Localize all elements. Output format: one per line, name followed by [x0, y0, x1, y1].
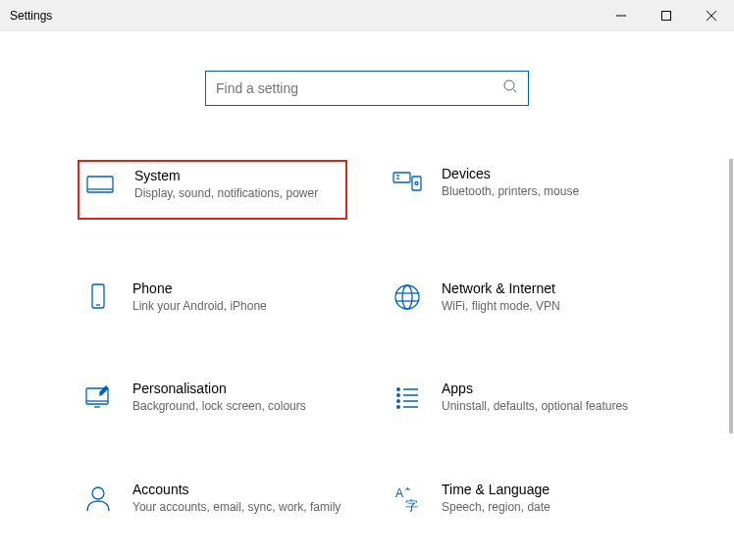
category-title: Network & Internet — [442, 280, 653, 296]
category-title: Accounts — [132, 482, 343, 497]
svg-point-16 — [402, 285, 412, 309]
svg-point-26 — [397, 400, 399, 402]
svg-text:A: A — [395, 486, 403, 500]
category-system[interactable]: System Display, sound, notifications, po… — [78, 160, 347, 220]
category-network[interactable]: Network & Internet WiFi, flight mode, VP… — [387, 275, 656, 321]
category-desc: Bluetooth, printers, mouse — [442, 184, 653, 200]
minimize-button[interactable] — [599, 0, 644, 30]
maximize-button[interactable] — [644, 0, 689, 30]
svg-rect-8 — [393, 173, 410, 182]
category-desc: Your accounts, email, sync, work, family — [132, 500, 343, 516]
accounts-icon — [81, 482, 115, 515]
scrollbar[interactable] — [729, 159, 733, 433]
network-icon — [391, 280, 424, 314]
svg-line-5 — [513, 89, 516, 92]
search-input[interactable] — [216, 80, 502, 96]
category-desc: Link your Android, iPhone — [132, 299, 343, 315]
svg-text:字: 字 — [405, 498, 418, 513]
category-title: Devices — [442, 166, 653, 181]
settings-grid: System Display, sound, notifications, po… — [78, 160, 656, 521]
category-desc: Background, lock screen, colours — [132, 399, 343, 415]
window-title: Settings — [10, 9, 52, 23]
system-icon — [83, 168, 117, 201]
category-personalisation[interactable]: Personalisation Background, lock screen,… — [78, 375, 347, 421]
personalisation-icon — [81, 381, 115, 414]
category-devices[interactable]: Devices Bluetooth, printers, mouse — [387, 160, 656, 220]
category-title: Personalisation — [132, 381, 343, 396]
svg-point-22 — [397, 388, 399, 390]
svg-rect-1 — [662, 11, 671, 20]
phone-icon — [81, 280, 115, 314]
window-controls — [599, 0, 734, 30]
category-title: Phone — [132, 280, 343, 296]
svg-point-15 — [395, 285, 419, 309]
apps-icon — [391, 381, 424, 414]
category-title: Time & Language — [442, 482, 653, 497]
category-accounts[interactable]: Accounts Your accounts, email, sync, wor… — [78, 476, 347, 522]
search-box[interactable] — [205, 71, 529, 106]
category-title: System — [134, 168, 341, 183]
titlebar: Settings — [0, 0, 734, 31]
search-icon — [502, 78, 518, 98]
svg-point-30 — [92, 487, 104, 499]
category-phone[interactable]: Phone Link your Android, iPhone — [78, 275, 347, 321]
svg-point-10 — [415, 182, 418, 185]
category-apps[interactable]: Apps Uninstall, defaults, optional featu… — [387, 375, 656, 421]
category-desc: Uninstall, defaults, optional features — [442, 399, 653, 415]
category-time-language[interactable]: A 字 Time & Language Speech, region, date — [387, 476, 656, 522]
close-button[interactable] — [689, 0, 734, 30]
category-desc: WiFi, flight mode, VPN — [442, 299, 653, 315]
category-title: Apps — [442, 381, 653, 396]
devices-icon — [391, 166, 424, 199]
page-body: System Display, sound, notifications, po… — [0, 31, 734, 560]
svg-point-4 — [504, 80, 514, 90]
svg-point-28 — [397, 406, 399, 408]
category-desc: Display, sound, notifications, power — [134, 186, 341, 202]
time-language-icon: A 字 — [391, 482, 424, 515]
category-desc: Speech, region, date — [442, 500, 653, 516]
svg-rect-9 — [412, 177, 421, 190]
svg-point-24 — [397, 394, 399, 396]
